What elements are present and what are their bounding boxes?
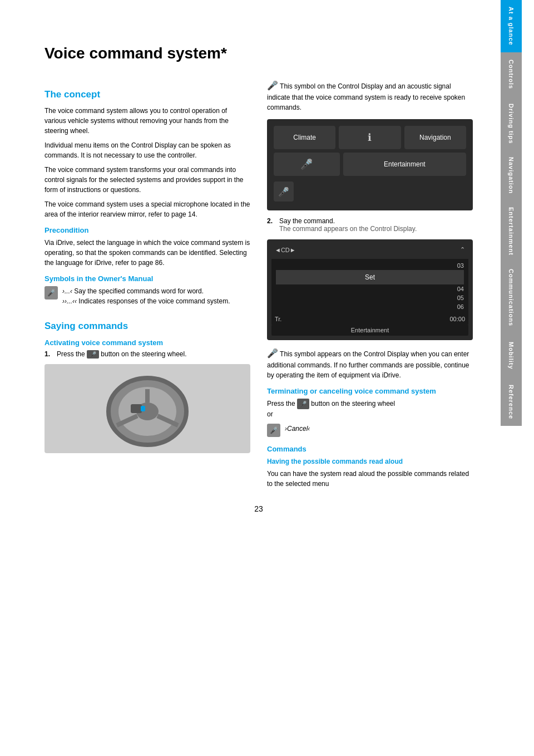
cd2-tracks: 03 Set 04 05 06 <box>271 259 468 313</box>
step-1-text: Press the 🎤 button on the steering wheel… <box>57 350 186 359</box>
sidebar-tab-controls[interactable]: Controls <box>501 52 522 97</box>
symbols-heading: Symbols in the Owner's Manual <box>44 274 250 283</box>
cancel-row: 🎤 ›Cancel‹ <box>267 424 473 438</box>
cd2-nav-icon: ◄ <box>275 247 281 253</box>
sidebar-tab-reference[interactable]: Reference <box>501 378 522 426</box>
step-2-num: 2. <box>267 217 276 233</box>
cd-climate: Climate <box>274 126 335 149</box>
sidebar-tab-at-a-glance[interactable]: At a glance <box>501 0 522 52</box>
symbol-text-1: ›...‹ Say the specified commands word fo… <box>62 286 230 306</box>
concept-heading: The concept <box>44 89 250 100</box>
control-display-2: ◄ CD ► ⌃ 03 Set 04 05 06 Tr. 00:00 E <box>267 239 473 340</box>
mic-icon: 🎤 <box>44 286 58 300</box>
sidebar-tab-entertainment[interactable]: Entertainment <box>501 200 522 262</box>
cd2-track-6: 06 <box>276 302 464 311</box>
cd2-caption: 🎤 This symbol appears on the Control Dis… <box>267 347 473 380</box>
cd2-track-3: 03 <box>276 261 464 270</box>
cd2-expand: ⌃ <box>460 246 465 253</box>
symbol-item-1: 🎤 ›...‹ Say the specified commands word … <box>44 286 250 311</box>
terminating-heading: Terminating or canceling voice command s… <box>267 387 473 395</box>
cd2-track-label: Tr. <box>275 316 281 322</box>
cd-mic-active: 🎤 <box>274 181 294 202</box>
steering-wheel-image <box>44 364 250 453</box>
concept-para-1: The voice command system allows you to c… <box>44 106 250 136</box>
concept-para-3: The voice command system transforms your… <box>44 165 250 195</box>
term-btn-icon: 🎤 <box>297 399 309 409</box>
commands-heading: Commands <box>267 445 473 453</box>
cd2-title: CD <box>281 247 290 253</box>
cd2-bottom: Tr. 00:00 <box>271 313 468 325</box>
activating-heading: Activating voice command system <box>44 338 250 347</box>
step-2: 2. Say the command.The command appears o… <box>267 217 473 233</box>
having-aloud-heading: Having the possible commands read aloud <box>267 458 473 465</box>
cancel-text: ›Cancel‹ <box>285 424 310 434</box>
cd2-set: Set <box>276 270 464 284</box>
svg-rect-6 <box>131 404 142 413</box>
svg-rect-7 <box>141 406 145 411</box>
cd-navigation: Navigation <box>404 126 466 149</box>
terminating-text: Press the 🎤 button on the steering wheel… <box>267 399 473 419</box>
sidebar-tab-driving-tips[interactable]: Driving tips <box>501 97 522 151</box>
sidebar-tab-navigation[interactable]: Navigation <box>501 150 522 200</box>
cd2-track-4: 04 <box>276 284 464 293</box>
cd2-footer: Entertainment <box>271 325 468 336</box>
cd-caption-1: 🎤 This symbol on the Control Display and… <box>267 79 473 112</box>
cd2-time: 00:00 <box>449 316 465 322</box>
step-1-num: 1. <box>44 350 53 359</box>
concept-para-4: The voice command system uses a special … <box>44 199 250 219</box>
sidebar-tab-mobility[interactable]: Mobility <box>501 333 522 378</box>
having-aloud-text: You can have the system read aloud the p… <box>267 469 473 489</box>
cd2-nav-icon-right: ► <box>290 247 296 253</box>
cd2-header: ◄ CD ► ⌃ <box>271 244 468 256</box>
cd-info: ℹ <box>339 126 400 149</box>
cd-mic-cell: 🎤 <box>274 153 340 176</box>
page-number: 23 <box>44 504 473 513</box>
step-1: 1. Press the 🎤 button on the steering wh… <box>44 350 250 359</box>
saying-commands-heading: Saying commands <box>44 321 250 332</box>
cancel-mic-icon: 🎤 <box>267 424 280 437</box>
sidebar: At a glance Controls Driving tips Naviga… <box>501 0 522 756</box>
control-display-1: Climate ℹ Navigation 🎤 Entertainment 🎤 <box>267 119 473 210</box>
voice-btn-icon: 🎤 <box>87 350 99 359</box>
sidebar-tab-communications[interactable]: Communications <box>501 262 522 333</box>
cd-entertainment: Entertainment <box>343 153 466 176</box>
page-title: Voice command system* <box>44 45 473 62</box>
precondition-text: Via iDrive, select the language in which… <box>44 238 250 268</box>
step-2-text: Say the command.The command appears on t… <box>279 217 417 233</box>
cd2-track-5: 05 <box>276 293 464 302</box>
concept-para-2: Individual menu items on the Control Dis… <box>44 140 250 160</box>
precondition-heading: Precondition <box>44 226 250 234</box>
